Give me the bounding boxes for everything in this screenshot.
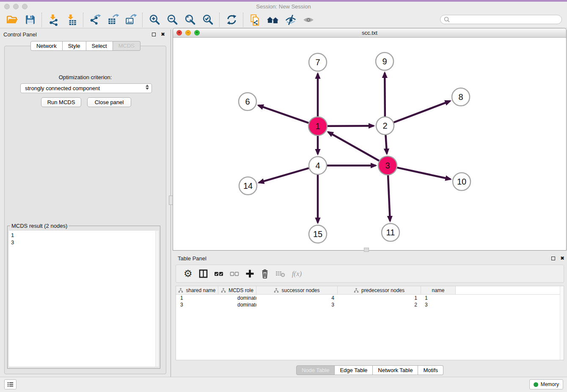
export-image-icon — [124, 14, 137, 26]
save-session-button[interactable] — [22, 13, 38, 27]
node-4[interactable]: 4 — [309, 157, 327, 174]
show-hidden-button[interactable] — [301, 13, 316, 27]
import-table-icon — [65, 14, 78, 26]
checked-boxes-icon — [214, 271, 223, 277]
node-2[interactable]: 2 — [376, 117, 394, 135]
node-10[interactable]: 10 — [453, 173, 471, 190]
tab-motifs[interactable]: Motifs — [418, 365, 443, 375]
edge-3-11[interactable] — [388, 175, 390, 221]
hierarchy-icon — [354, 288, 359, 293]
table-scrollbar[interactable] — [560, 286, 564, 360]
cell: 3 — [421, 302, 456, 308]
zoom-in-button[interactable] — [147, 13, 162, 27]
fx-icon: f(x) — [292, 270, 302, 278]
task-history-button[interactable] — [4, 379, 17, 389]
node-7[interactable]: 7 — [309, 53, 327, 71]
edge-2-3[interactable] — [385, 135, 387, 154]
node-11[interactable]: 11 — [382, 224, 399, 241]
zoom-selected-button[interactable] — [200, 13, 215, 27]
open-session-button[interactable] — [5, 13, 20, 27]
export-image-button[interactable] — [123, 13, 138, 27]
column-header-successor-nodes[interactable]: successor nodes — [256, 286, 338, 294]
edge-1-2[interactable] — [328, 126, 374, 126]
node-3[interactable]: 3 — [378, 156, 397, 175]
deselect-all-button[interactable] — [230, 271, 239, 277]
network-window-titlebar[interactable]: × − + scc.txt — [173, 28, 566, 38]
tab-select[interactable]: Select — [86, 41, 113, 51]
close-table-panel-icon[interactable]: ✖ — [560, 256, 564, 261]
run-mcds-button[interactable]: Run MCDS — [41, 97, 81, 107]
export-network-button[interactable] — [88, 13, 103, 27]
select-all-button[interactable] — [214, 271, 223, 277]
network-canvas[interactable]: 7968124314101511 — [173, 38, 566, 251]
memory-button[interactable]: Memory — [529, 379, 563, 389]
node-label-3: 3 — [385, 161, 390, 170]
clone-network-button[interactable] — [248, 13, 263, 27]
cell: 1 — [338, 295, 421, 301]
table-row-2[interactable]: 3dominator323 — [176, 301, 564, 308]
float-panel-icon[interactable] — [152, 33, 156, 36]
delete-columns-button[interactable] — [261, 269, 269, 279]
edge-3-10[interactable] — [397, 168, 450, 179]
edge-2-8[interactable] — [394, 101, 450, 123]
fit-content-button[interactable] — [182, 13, 198, 27]
table-row-1[interactable]: 1dominator411 — [176, 295, 564, 301]
edge-2-9[interactable] — [385, 73, 385, 116]
hierarchy-icon — [221, 288, 226, 293]
node-14[interactable]: 14 — [239, 177, 257, 195]
function-builder-button[interactable]: f(x) — [292, 270, 302, 278]
float-table-panel-icon[interactable] — [551, 257, 555, 260]
columns-icon — [199, 269, 208, 278]
zoom-out-button[interactable] — [165, 13, 180, 27]
node-6[interactable]: 6 — [239, 93, 256, 110]
open-folder-icon — [6, 14, 19, 26]
node-table: shared nameMCDS rolesuccessor nodesprede… — [176, 286, 564, 360]
tab-style[interactable]: Style — [63, 41, 86, 51]
export-table-button[interactable] — [105, 13, 121, 27]
edge-4-14[interactable] — [259, 168, 309, 182]
close-panel-button[interactable]: Close panel — [87, 97, 131, 107]
result-scrollbar[interactable] — [155, 231, 159, 367]
column-header-predecessor-nodes[interactable]: predecessor nodes — [338, 286, 421, 294]
network-overview-button[interactable] — [265, 13, 281, 27]
search-field[interactable] — [440, 15, 562, 24]
import-table-button[interactable] — [64, 13, 79, 27]
tab-node-table[interactable]: Node Table — [296, 365, 335, 375]
tab-network-table[interactable]: Network Table — [373, 365, 418, 375]
node-label-10: 10 — [457, 177, 466, 186]
tab-mcds[interactable]: MCDS — [113, 41, 140, 51]
node-1[interactable]: 1 — [308, 117, 327, 135]
toolbar-separator — [219, 13, 220, 27]
node-9[interactable]: 9 — [376, 52, 394, 70]
apply-layout-button[interactable] — [224, 13, 239, 27]
table-header-row: shared nameMCDS rolesuccessor nodesprede… — [176, 286, 564, 295]
node-8[interactable]: 8 — [452, 88, 470, 106]
column-header-MCDS-role[interactable]: MCDS role — [218, 286, 256, 294]
edge-1-6[interactable] — [258, 105, 308, 123]
column-header-shared-name[interactable]: shared name — [176, 286, 218, 294]
node-15[interactable]: 15 — [309, 225, 327, 243]
cell: 1 — [176, 295, 218, 301]
column-selector-button[interactable] — [199, 269, 208, 278]
column-header-name[interactable]: name — [421, 286, 456, 294]
mcds-result-text[interactable]: 1 3 — [9, 231, 159, 367]
control-tabs: NetworkStyleSelectMCDS — [3, 41, 168, 51]
table-options-button[interactable]: ⚙ — [184, 269, 193, 279]
header-filler — [456, 286, 564, 294]
import-network-button[interactable] — [46, 13, 61, 27]
horizontal-splitter-grip[interactable] — [364, 248, 369, 252]
criterion-dropdown[interactable]: strongly connected component — [20, 83, 152, 93]
close-panel-icon[interactable]: ✖ — [161, 32, 165, 37]
edge-3-1[interactable] — [328, 132, 379, 161]
search-icon — [444, 17, 450, 22]
hide-selected-button[interactable] — [283, 13, 298, 27]
cell: 3 — [176, 302, 218, 308]
zoom-in-icon — [149, 14, 161, 26]
houses-icon — [266, 14, 280, 26]
search-input[interactable] — [450, 16, 561, 23]
network-title: scc.txt — [173, 30, 566, 36]
create-column-button[interactable] — [245, 269, 254, 278]
delete-table-button[interactable] — [275, 270, 286, 278]
tab-edge-table[interactable]: Edge Table — [335, 365, 373, 375]
tab-network[interactable]: Network — [30, 41, 63, 51]
